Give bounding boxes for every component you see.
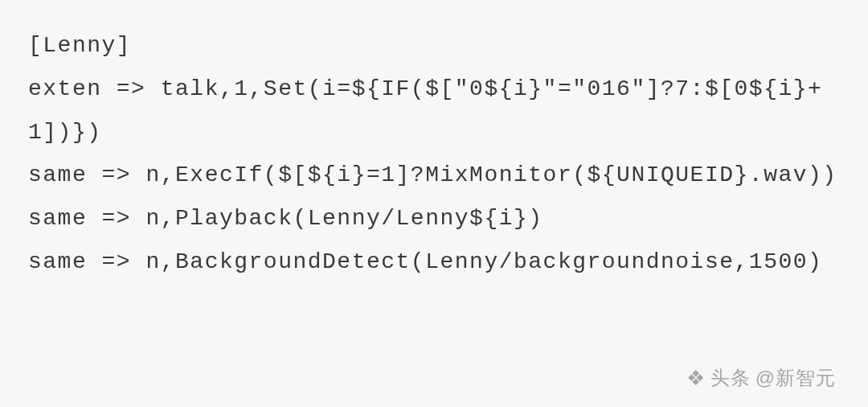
watermark-prefix: 头条 <box>710 365 751 391</box>
code-line: same => n,ExecIf($[${i}=1]?MixMonitor(${… <box>28 154 840 197</box>
code-line: same => n,Playback(Lenny/Lenny${i}) <box>28 197 840 240</box>
watermark-text: @新智元 <box>755 365 836 391</box>
code-block: [Lenny] exten => talk,1,Set(i=${IF($["0$… <box>28 24 840 284</box>
code-line: [Lenny] <box>28 24 840 68</box>
code-line: exten => talk,1,Set(i=${IF($["0${i}"="01… <box>28 68 840 154</box>
toutiao-icon: ❖ <box>686 366 706 391</box>
code-line: same => n,BackgroundDetect(Lenny/backgro… <box>28 240 840 284</box>
watermark: ❖ 头条 @新智元 <box>686 365 836 391</box>
